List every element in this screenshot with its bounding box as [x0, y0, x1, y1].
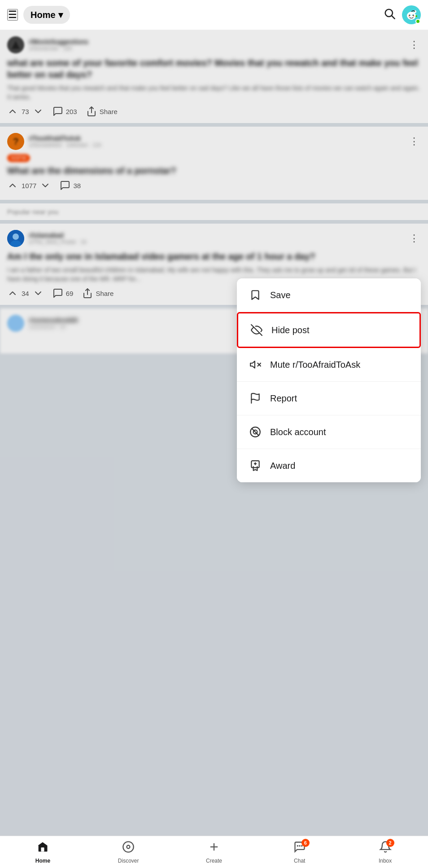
nav-discover[interactable]: Discover: [86, 836, 171, 868]
menu-item-hide[interactable]: Hide post: [237, 312, 421, 348]
menu-hide-label: Hide post: [271, 325, 310, 335]
header-right: [383, 5, 421, 24]
svg-point-8: [413, 15, 415, 16]
nav-home-label: Home: [35, 858, 50, 864]
menu-report-label: Report: [270, 393, 297, 404]
award-icon: [249, 459, 262, 472]
nav-create-label: Create: [206, 858, 222, 864]
dropdown-menu: Save Hide post Mute r/TooAfraidToAsk: [237, 278, 421, 482]
user-avatar-container[interactable]: [402, 5, 421, 24]
inbox-badge: 2: [386, 839, 394, 847]
menu-item-award[interactable]: Award: [237, 449, 421, 482]
svg-marker-22: [250, 361, 255, 368]
menu-item-block[interactable]: Block account: [237, 415, 421, 449]
eye-off-icon: [250, 323, 263, 337]
home-dropdown-button[interactable]: Home ▾: [23, 6, 70, 24]
svg-rect-32: [41, 847, 44, 851]
home-label: Home: [31, 10, 56, 20]
mute-icon: [249, 358, 262, 371]
menu-mute-label: Mute r/TooAfraidToAsk: [270, 360, 360, 370]
search-icon: [383, 7, 396, 20]
chevron-down-icon: ▾: [58, 9, 63, 20]
home-icon: [36, 841, 49, 856]
menu-award-label: Award: [270, 461, 295, 471]
header: ☰ Home ▾: [0, 0, 428, 30]
chat-badge: 6: [301, 839, 310, 847]
online-indicator: [415, 19, 420, 24]
bookmark-icon: [249, 288, 262, 302]
nav-create[interactable]: Create: [171, 836, 257, 868]
create-icon: [208, 841, 220, 856]
bottom-nav: Home Discover Create 6 Chat 2 Inbox: [0, 836, 428, 868]
block-icon: [249, 425, 262, 439]
svg-line-1: [392, 16, 394, 18]
hamburger-menu-button[interactable]: ☰: [7, 9, 18, 21]
menu-item-save[interactable]: Save: [237, 278, 421, 312]
discover-icon: [122, 841, 135, 856]
header-left: ☰ Home ▾: [7, 6, 70, 24]
svg-point-12: [415, 15, 417, 17]
menu-item-mute[interactable]: Mute r/TooAfraidToAsk: [237, 348, 421, 382]
menu-item-report[interactable]: Report: [237, 382, 421, 415]
flag-icon: [249, 392, 262, 405]
nav-discover-label: Discover: [118, 858, 139, 864]
menu-block-label: Block account: [270, 427, 326, 437]
menu-save-label: Save: [270, 290, 291, 300]
nav-inbox[interactable]: 2 Inbox: [342, 836, 428, 868]
svg-point-9: [409, 15, 410, 16]
search-button[interactable]: [383, 7, 396, 23]
nav-inbox-label: Inbox: [379, 858, 392, 864]
svg-point-34: [127, 845, 130, 848]
svg-point-33: [123, 842, 134, 852]
nav-chat-label: Chat: [294, 858, 305, 864]
nav-chat[interactable]: 6 Chat: [257, 836, 342, 868]
nav-home[interactable]: Home: [0, 836, 86, 868]
